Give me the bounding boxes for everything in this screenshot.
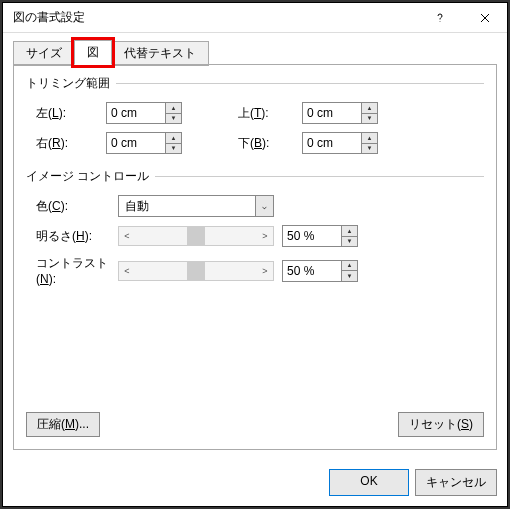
crop-group-title: トリミング範囲 xyxy=(26,75,484,92)
spin-down-icon[interactable]: ▼ xyxy=(342,237,357,247)
panel-button-row: 圧縮(M)... リセット(S) xyxy=(26,412,484,437)
spin-down-icon[interactable]: ▼ xyxy=(166,144,181,154)
crop-right-label: 右(R): xyxy=(26,135,106,152)
crop-right-input[interactable]: ▲▼ xyxy=(106,132,182,154)
reset-button[interactable]: リセット(S) xyxy=(398,412,484,437)
slider-right-icon[interactable]: > xyxy=(257,231,273,241)
tab-alt-text[interactable]: 代替テキスト xyxy=(111,41,209,66)
color-label: 色(C): xyxy=(26,198,118,215)
dialog-content: サイズ 図 代替テキスト トリミング範囲 左(L): ▲▼ 上(T): xyxy=(3,33,507,459)
spin-down-icon[interactable]: ▼ xyxy=(362,144,377,154)
help-button[interactable] xyxy=(417,3,462,33)
titlebar: 図の書式設定 xyxy=(3,3,507,33)
tab-size[interactable]: サイズ xyxy=(13,41,75,66)
tab-panel: トリミング範囲 左(L): ▲▼ 上(T): ▲▼ 右(R xyxy=(13,64,497,450)
crop-bottom-input[interactable]: ▲▼ xyxy=(302,132,378,154)
close-button[interactable] xyxy=(462,3,507,33)
slider-thumb[interactable] xyxy=(187,227,205,245)
crop-left-input[interactable]: ▲▼ xyxy=(106,102,182,124)
spin-up-icon[interactable]: ▲ xyxy=(166,133,181,144)
dialog-footer: OK キャンセル xyxy=(3,459,507,506)
compress-button[interactable]: 圧縮(M)... xyxy=(26,412,100,437)
dialog-title: 図の書式設定 xyxy=(13,9,417,26)
cancel-button[interactable]: キャンセル xyxy=(415,469,497,496)
spin-up-icon[interactable]: ▲ xyxy=(342,226,357,237)
crop-left-label: 左(L): xyxy=(26,105,106,122)
image-control-title: イメージ コントロール xyxy=(26,168,484,185)
tab-picture[interactable]: 図 xyxy=(74,40,112,65)
crop-group: トリミング範囲 左(L): ▲▼ 上(T): ▲▼ 右(R xyxy=(26,75,484,154)
contrast-label: コントラスト(N): xyxy=(26,255,118,286)
contrast-slider[interactable]: < > xyxy=(118,261,274,281)
slider-right-icon[interactable]: > xyxy=(257,266,273,276)
spin-down-icon[interactable]: ▼ xyxy=(342,271,357,281)
brightness-slider[interactable]: < > xyxy=(118,226,274,246)
ok-button[interactable]: OK xyxy=(329,469,409,496)
image-control-group: イメージ コントロール 色(C): 自動 ⌵ 明るさ(H): < > xyxy=(26,168,484,286)
spin-up-icon[interactable]: ▲ xyxy=(342,261,357,272)
contrast-input[interactable]: ▲▼ xyxy=(282,260,358,282)
crop-top-input[interactable]: ▲▼ xyxy=(302,102,378,124)
spin-up-icon[interactable]: ▲ xyxy=(166,103,181,114)
brightness-input[interactable]: ▲▼ xyxy=(282,225,358,247)
brightness-label: 明るさ(H): xyxy=(26,228,118,245)
crop-bottom-label: 下(B): xyxy=(232,135,302,152)
spin-down-icon[interactable]: ▼ xyxy=(362,114,377,124)
spin-up-icon[interactable]: ▲ xyxy=(362,133,377,144)
chevron-down-icon[interactable]: ⌵ xyxy=(255,196,273,216)
format-picture-dialog: 図の書式設定 サイズ 図 代替テキスト トリミング範囲 左(L): xyxy=(2,2,508,507)
slider-left-icon[interactable]: < xyxy=(119,231,135,241)
slider-left-icon[interactable]: < xyxy=(119,266,135,276)
crop-top-label: 上(T): xyxy=(232,105,302,122)
spin-down-icon[interactable]: ▼ xyxy=(166,114,181,124)
color-dropdown[interactable]: 自動 ⌵ xyxy=(118,195,274,217)
slider-thumb[interactable] xyxy=(187,262,205,280)
tab-strip: サイズ 図 代替テキスト xyxy=(13,41,497,65)
spin-up-icon[interactable]: ▲ xyxy=(362,103,377,114)
